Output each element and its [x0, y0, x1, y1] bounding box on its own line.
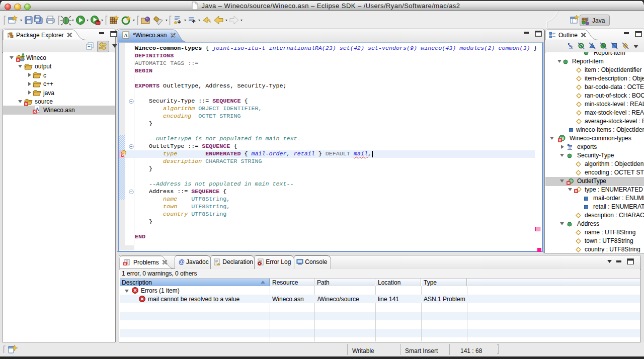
svg-text:J: J	[586, 17, 589, 22]
svg-text:A: A	[124, 32, 128, 38]
svg-text:A: A	[21, 53, 25, 58]
